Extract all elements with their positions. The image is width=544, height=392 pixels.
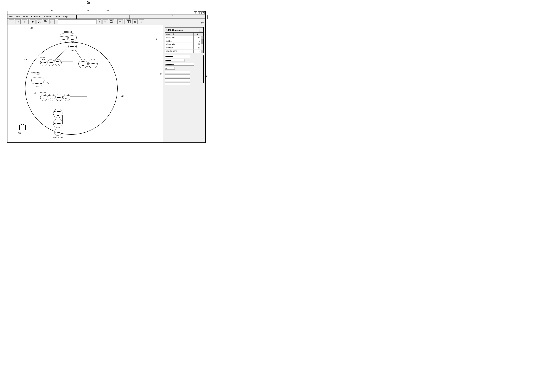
minimize-button[interactable]: □ xyxy=(194,11,197,14)
scroll-thumb[interactable] xyxy=(201,39,203,44)
birdseed-cluster: birdseed xyxy=(59,31,77,51)
bar-row-3 xyxy=(165,63,200,66)
concept-row-acme[interactable]: acme 2 xyxy=(165,39,201,43)
ref-83-label: 83 xyxy=(87,65,90,68)
svg-point-0 xyxy=(32,21,34,23)
ref-86-label: 86 xyxy=(160,73,162,75)
svg-point-1 xyxy=(38,21,39,21)
ref-91-label: 91 xyxy=(34,91,36,94)
ref-84-label: 84 xyxy=(24,58,27,61)
acme-cluster: acme xyxy=(40,56,62,66)
connector-svg xyxy=(7,25,153,143)
svg-rect-16 xyxy=(129,20,130,23)
maximize-button[interactable]: ⊡ xyxy=(198,11,201,14)
bar-row-4 xyxy=(165,67,200,70)
concept-name-acme: acme xyxy=(165,39,194,42)
ref-85-label: 85 xyxy=(205,75,207,77)
coyote-cluster: coyote xyxy=(40,91,70,101)
undo-button[interactable]: ↩ xyxy=(9,19,14,24)
svg-point-11 xyxy=(51,22,51,23)
cut-tool[interactable] xyxy=(43,19,48,24)
bar-chart-section: 86 85 xyxy=(165,55,204,86)
concept-count-birdseed: 44 xyxy=(194,36,201,39)
bar-row-8 xyxy=(165,82,200,85)
menu-file[interactable]: File xyxy=(9,15,13,18)
svg-rect-15 xyxy=(127,20,128,23)
dynamite-label: dynamite xyxy=(31,71,44,74)
ref-82-label: 82 xyxy=(121,95,124,97)
separator-2 xyxy=(56,19,56,24)
search-button[interactable]: 🔍 xyxy=(102,19,108,24)
redo-button[interactable]: ↪ xyxy=(15,19,21,24)
svg-point-9 xyxy=(52,21,52,22)
close-button[interactable]: ✕ xyxy=(201,11,205,14)
settings-button[interactable]: ⚙ xyxy=(132,19,138,24)
svg-point-8 xyxy=(51,21,51,22)
dot-tool[interactable] xyxy=(30,19,35,24)
search-dropdown[interactable]: ▼ xyxy=(98,19,101,24)
col-concept-header: concept xyxy=(165,33,194,36)
svg-rect-5 xyxy=(44,20,45,22)
right-panel: 87 94 1430 Concepts xyxy=(163,25,205,143)
concepts-title: 1430 Concepts xyxy=(166,29,183,31)
separator-4 xyxy=(124,19,124,24)
dynamite-cluster: dynamite xyxy=(31,71,44,87)
col-count-header: # xyxy=(194,33,201,36)
bar-list xyxy=(165,55,200,86)
concepts-icon[interactable] xyxy=(199,28,202,32)
concept-count-coyote: 22 xyxy=(194,46,201,49)
bar-row-6 xyxy=(165,75,200,77)
pencil-tool[interactable]: ✏ xyxy=(118,19,123,24)
concepts-panel: 1430 Concepts concept # xyxy=(165,27,204,53)
concept-name-dynamite: dynamite xyxy=(165,43,194,46)
bar-row-7 xyxy=(165,78,200,81)
concepts-col-headers: concept # xyxy=(165,33,203,36)
svg-point-10 xyxy=(53,21,53,22)
concept-name-roadrunner: roadrunner xyxy=(165,49,194,53)
help-button[interactable]: ? xyxy=(139,19,144,24)
trash-icon[interactable] xyxy=(18,122,27,132)
concept-row-birdseed[interactable]: birdseed 44 xyxy=(165,36,201,39)
concepts-body: birdseed 44 acme 2 dynamite 14 xyxy=(165,36,203,53)
concept-row-roadrunner[interactable]: roadrunner 5 xyxy=(165,49,201,53)
ref-87-left-label: 87 xyxy=(30,27,33,30)
concept-count-acme: 2 xyxy=(194,39,201,42)
scroll-track xyxy=(201,39,203,50)
brace-85 xyxy=(201,55,204,83)
panel-toggle[interactable] xyxy=(126,19,131,24)
concepts-header: 1430 Concepts xyxy=(165,28,203,33)
concept-row-dynamite[interactable]: dynamite 14 xyxy=(165,43,201,46)
concept-name-coyote: coyote xyxy=(165,46,194,49)
concepts-scrollbar[interactable]: ▲ ▼ xyxy=(201,36,203,53)
concept-row-coyote[interactable]: coyote 22 xyxy=(165,46,201,49)
scroll-down-button[interactable]: ▼ xyxy=(201,50,203,53)
grid-tool[interactable] xyxy=(49,19,55,24)
search-input[interactable] xyxy=(58,19,97,24)
canvas-area: birdseed xyxy=(7,25,163,143)
svg-rect-31 xyxy=(19,125,25,130)
zoom-button[interactable] xyxy=(109,19,114,24)
svg-point-2 xyxy=(40,21,40,22)
bar-row-2 xyxy=(165,59,200,62)
bar-row-1 xyxy=(165,55,200,58)
title-bar: □ ⊡ ✕ xyxy=(7,11,205,15)
svg-point-3 xyxy=(38,22,39,23)
separator-3 xyxy=(116,19,116,24)
svg-point-4 xyxy=(40,22,41,23)
bracket-89 xyxy=(76,15,130,19)
acme-label: acme xyxy=(40,56,62,59)
separator-1 xyxy=(28,19,29,24)
roadrunner-cluster: roadrunner xyxy=(53,109,63,138)
scatter-tool[interactable] xyxy=(36,19,42,24)
birdseed-label: birdseed xyxy=(59,31,77,33)
main-content: birdseed xyxy=(7,25,205,143)
patent-drawing: 80 81 88 89 □ ⊡ ✕ File Edit Mark Concept… xyxy=(0,0,213,150)
roadrunner-label: roadrunner xyxy=(53,136,63,138)
scroll-up-button[interactable]: ▲ xyxy=(201,36,203,39)
svg-point-17 xyxy=(25,42,118,134)
home-button[interactable]: ⌂ xyxy=(22,19,27,24)
concept-name-birdseed: birdseed xyxy=(165,36,194,39)
app-window: □ ⊡ ✕ File Edit Mark Concepts Cluster Vi… xyxy=(7,11,206,143)
toolbar: ↩ ↪ ⌂ xyxy=(7,19,205,25)
svg-point-12 xyxy=(52,22,52,23)
